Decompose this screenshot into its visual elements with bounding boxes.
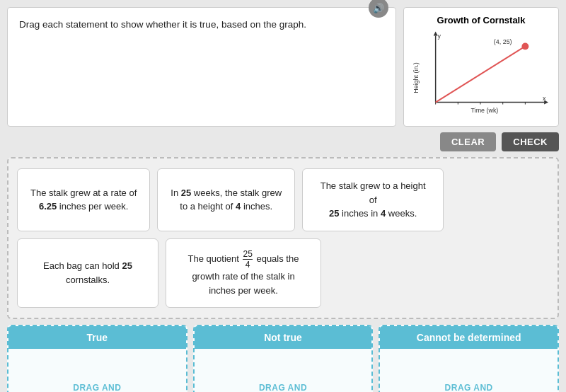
speaker-icon: 🔊 [373, 3, 384, 13]
drag-card-1[interactable]: The stalk grew at a rate of6.25 inches p… [17, 168, 150, 231]
graph-title: Growth of Cornstalk [411, 15, 551, 25]
drop-zones-container: True DRAG AND Not true DRAG AND Cannot b… [7, 325, 559, 392]
drag-card-5[interactable]: The quotient 25 4 equals the growth rate… [166, 238, 321, 309]
drop-zone-true-hint: DRAG AND [73, 383, 121, 392]
svg-text:Time (wk): Time (wk) [471, 107, 499, 114]
graph-box: Growth of Cornstalk Height (in.) y x [403, 7, 559, 127]
drag-source-area: The stalk grew at a rate of6.25 inches p… [7, 157, 559, 319]
check-button[interactable]: CHECK [502, 132, 559, 151]
svg-line-6 [436, 46, 526, 102]
card-1-text: The stalk grew at a rate of6.25 inches p… [30, 186, 137, 214]
svg-text:y: y [438, 33, 441, 40]
card-3-text: The stalk grew to a height of25 inches i… [316, 179, 430, 221]
svg-point-7 [521, 42, 529, 50]
graph-area: Height (in.) y x (4, 25) Time (wk [411, 28, 551, 120]
drag-card-4[interactable]: Each bag can hold 25 cornstalks. [17, 238, 158, 309]
drop-zone-cannot-determine-header: Cannot be determined [380, 326, 558, 349]
drop-zone-not-true-hint: DRAG AND [259, 383, 307, 392]
instruction-text: Drag each statement to show whether it i… [19, 18, 384, 32]
y-axis-label: Height (in.) [412, 62, 420, 93]
drop-zone-not-true[interactable]: Not true DRAG AND [193, 325, 374, 392]
drag-card-3[interactable]: The stalk grew to a height of25 inches i… [302, 168, 444, 231]
svg-text:x: x [543, 95, 546, 102]
drop-zone-cannot-determine-hint: DRAG AND [445, 383, 493, 392]
clear-button[interactable]: CLEAR [440, 132, 496, 151]
instruction-box: 🔊 Drag each statement to show whether it… [7, 7, 396, 127]
speaker-button[interactable]: 🔊 [369, 0, 388, 18]
buttons-row: CLEAR CHECK [0, 132, 566, 157]
drop-zone-true[interactable]: True DRAG AND [7, 325, 187, 392]
drop-zone-true-header: True [8, 326, 186, 349]
card-5-text: The quotient 25 4 equals the growth rate… [179, 249, 308, 298]
drag-card-2[interactable]: In 25 weeks, the stalk grewto a height o… [157, 168, 295, 231]
card-2-text: In 25 weeks, the stalk grewto a height o… [171, 186, 282, 214]
drop-zone-cannot-determine[interactable]: Cannot be determined DRAG AND [379, 325, 559, 392]
top-section: 🔊 Drag each statement to show whether it… [0, 0, 566, 132]
point-label: (4, 25) [494, 38, 512, 45]
card-4-text: Each bag can hold 25 cornstalks. [30, 259, 145, 287]
drop-zone-not-true-header: Not true [195, 326, 372, 349]
graph-svg: Height (in.) y x (4, 25) Time (wk [411, 28, 551, 120]
